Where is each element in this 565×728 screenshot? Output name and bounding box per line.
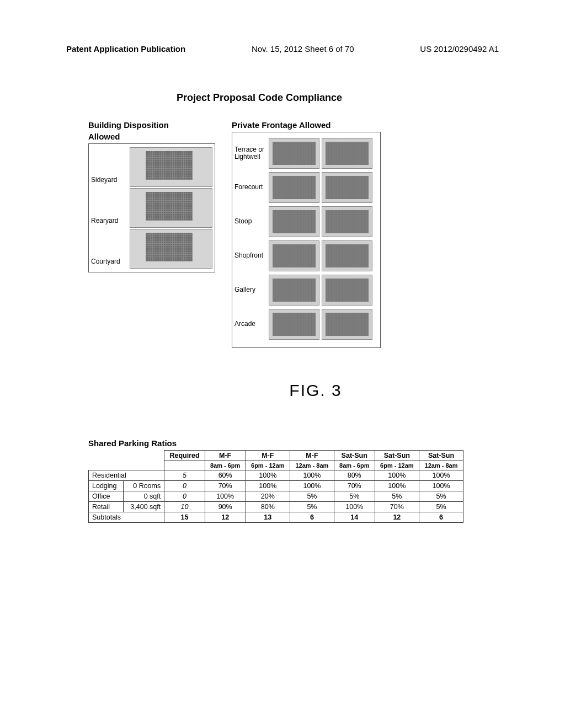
frontage-title: Private Frontage Allowed (232, 120, 381, 130)
main-title: Project Proposal Code Compliance (177, 92, 499, 104)
row-qty: 0 Rooms (123, 481, 164, 491)
subtotal-name: Subtotals (89, 512, 164, 523)
arcade-section-diagram (322, 309, 372, 340)
header-right: US 2012/0290492 A1 (420, 44, 499, 53)
col-mf-2-sub: 6pm - 12am (246, 461, 290, 470)
row-val: 5% (290, 502, 334, 512)
header-center: Nov. 15, 2012 Sheet 6 of 70 (252, 44, 354, 53)
parking-table: Required M-F M-F M-F Sat-Sun Sat-Sun Sat… (88, 450, 463, 523)
header-left: Patent Application Publication (66, 44, 185, 53)
subtotal-val: 12 (205, 512, 246, 523)
col-ss-2: Sat-Sun (375, 451, 419, 461)
frontage-row: Stoop (234, 206, 378, 237)
row-val: 100% (375, 470, 419, 481)
col-mf-2: M-F (246, 451, 290, 461)
forecourt-section-diagram (322, 172, 372, 203)
disposition-column: Building Disposition Allowed Sideyard Re… (88, 120, 215, 272)
page-header: Patent Application Publication Nov. 15, … (66, 44, 499, 53)
col-ss-2-sub: 6pm - 12am (375, 461, 419, 470)
frontage-label: Stoop (234, 218, 269, 225)
frontage-row: Shopfront (234, 240, 378, 271)
rearyard-diagram (130, 188, 212, 228)
figure-label: FIG. 3 (132, 381, 499, 400)
row-required: 0 (164, 491, 205, 502)
sideyard-diagram (130, 147, 212, 187)
row-val: 100% (246, 470, 290, 481)
disposition-label: Sideyard (91, 176, 130, 187)
gallery-section-diagram (322, 275, 372, 306)
row-val: 90% (205, 502, 246, 512)
row-val: 70% (205, 481, 246, 491)
row-val: 100% (290, 470, 334, 481)
subtotal-val: 13 (246, 512, 290, 523)
col-ss-1: Sat-Sun (334, 451, 375, 461)
row-val: 100% (334, 502, 375, 512)
row-name: Residential (89, 470, 164, 481)
row-val: 20% (246, 491, 290, 502)
forecourt-plan-diagram (269, 172, 319, 203)
row-name: Lodging (89, 481, 124, 491)
row-val: 100% (246, 481, 290, 491)
parking-table-title: Shared Parking Ratios (88, 438, 499, 448)
disposition-title-1: Building Disposition (88, 120, 215, 130)
gallery-plan-diagram (269, 275, 319, 306)
row-val: 100% (419, 481, 463, 491)
diagram-row: Building Disposition Allowed Sideyard Re… (88, 120, 499, 348)
terrace-section-diagram (322, 138, 372, 169)
frontage-box: Terrace or Lightwell Forecourt Stoop (232, 132, 381, 348)
subtotal-row: Subtotals 15 12 13 6 14 12 6 (89, 512, 463, 523)
disposition-label: Courtyard (91, 258, 130, 269)
table-row: Residential 5 60% 100% 100% 80% 100% 100… (89, 470, 463, 481)
col-ss-1-sub: 8am - 6pm (334, 461, 375, 470)
row-val: 60% (205, 470, 246, 481)
row-val: 5% (419, 491, 463, 502)
col-ss-3-sub: 12am - 8am (419, 461, 463, 470)
frontage-label: Arcade (234, 320, 269, 328)
stoop-section-diagram (322, 206, 372, 237)
disposition-label: Rearyard (91, 217, 130, 228)
col-mf-1-sub: 8am - 6pm (205, 461, 246, 470)
terrace-plan-diagram (269, 138, 319, 169)
row-required: 0 (164, 481, 205, 491)
row-val: 70% (375, 502, 419, 512)
frontage-column: Private Frontage Allowed Terrace or Ligh… (232, 120, 381, 348)
subtotal-required: 15 (164, 512, 205, 523)
disposition-title-2: Allowed (88, 132, 215, 141)
row-val: 100% (205, 491, 246, 502)
frontage-label: Terrace or Lightwell (234, 146, 269, 160)
row-qty: 0 sqft (123, 491, 164, 502)
disposition-row: Courtyard (91, 229, 212, 269)
disposition-box: Sideyard Rearyard Courtyard (88, 143, 215, 272)
disposition-row: Sideyard (91, 147, 212, 187)
arcade-plan-diagram (269, 309, 319, 340)
shopfront-plan-diagram (269, 240, 319, 271)
col-ss-3: Sat-Sun (419, 451, 463, 461)
col-required: Required (164, 451, 205, 461)
row-val: 80% (334, 470, 375, 481)
row-val: 5% (375, 491, 419, 502)
frontage-label: Shopfront (234, 252, 269, 259)
subtotal-val: 6 (290, 512, 334, 523)
subtotal-val: 6 (419, 512, 463, 523)
row-val: 5% (419, 502, 463, 512)
frontage-label: Gallery (234, 286, 269, 293)
stoop-plan-diagram (269, 206, 319, 237)
table-row: Retail 3,400 sqft 10 90% 80% 5% 100% 70%… (89, 502, 463, 512)
frontage-row: Gallery (234, 275, 378, 306)
row-required: 10 (164, 502, 205, 512)
parking-header-row-1: Required M-F M-F M-F Sat-Sun Sat-Sun Sat… (89, 451, 463, 461)
subtotal-val: 12 (375, 512, 419, 523)
subtotal-val: 14 (334, 512, 375, 523)
row-name: Retail (89, 502, 124, 512)
parking-header-row-2: 8am - 6pm 6pm - 12am 12am - 8am 8am - 6p… (89, 461, 463, 470)
parking-table-wrap: Required M-F M-F M-F Sat-Sun Sat-Sun Sat… (88, 450, 499, 523)
courtyard-diagram (130, 229, 212, 269)
row-name: Office (89, 491, 124, 502)
row-val: 70% (334, 481, 375, 491)
col-mf-3: M-F (290, 451, 334, 461)
frontage-row: Arcade (234, 309, 378, 340)
row-val: 80% (246, 502, 290, 512)
row-required: 5 (164, 470, 205, 481)
disposition-row: Rearyard (91, 188, 212, 228)
row-val: 5% (290, 491, 334, 502)
